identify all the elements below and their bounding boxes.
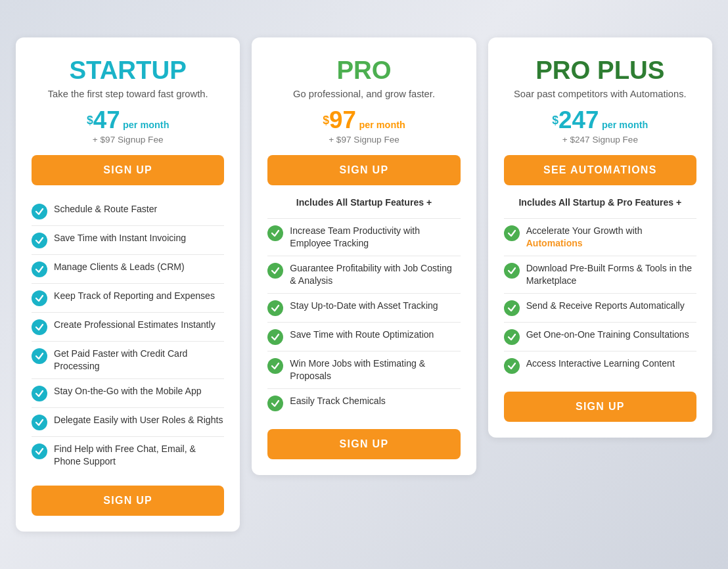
feature-item: Save Time with Route Optimization: [267, 322, 460, 351]
feature-text: Save Time with Route Optimization: [290, 329, 434, 341]
feature-item: Guarantee Profitability with Job Costing…: [267, 256, 460, 293]
pro-price: $97 per month: [267, 108, 460, 133]
startup-price: $47 per month: [32, 108, 224, 133]
startup-dollar: $: [87, 113, 93, 126]
startup-amount: 47: [93, 106, 120, 133]
feature-item: Keep Track of Reporting and Expenses: [32, 283, 224, 312]
automations-highlight: Automations: [526, 238, 583, 248]
feature-item: Send & Receive Reports Automatically: [504, 293, 696, 322]
feature-item: Stay Up-to-Date with Asset Tracking: [267, 293, 460, 322]
startup-title: STARTUP: [32, 56, 224, 85]
feature-item: Delegate Easily with User Roles & Rights: [32, 407, 224, 436]
check-icon: [32, 233, 47, 248]
check-icon: [504, 225, 520, 241]
pro-title: PRO: [267, 56, 460, 85]
feature-item: Stay On-the-Go with the Mobile App: [32, 378, 224, 407]
startup-signup-fee: + $97 Signup Fee: [32, 135, 224, 145]
check-icon: [32, 415, 47, 430]
check-icon: [267, 396, 283, 411]
pro-plus-subtitle: Soar past competitors with Automations.: [504, 89, 696, 99]
check-icon: [504, 329, 520, 345]
startup-signup-top-button[interactable]: SIGN UP: [32, 155, 224, 185]
startup-signup-bottom-button[interactable]: SIGN UP: [32, 486, 224, 516]
feature-item: Easily Track Chemicals: [267, 388, 460, 417]
pro-signup-fee: + $97 Signup Fee: [267, 135, 460, 145]
check-icon: [32, 348, 47, 364]
feature-text: Get Paid Faster with Credit Card Process…: [54, 348, 224, 373]
pro-plus-signup-bottom-button[interactable]: SIGN UP: [504, 392, 696, 422]
pro-features-header: Includes All Startup Features +: [267, 197, 460, 212]
pro-features: Includes All Startup Features + Increase…: [267, 197, 460, 417]
feature-text: Download Pre-Built Forms & Tools in the …: [526, 262, 696, 287]
feature-text: Schedule & Route Faster: [54, 203, 157, 216]
feature-item: Get One-on-One Training Consultations: [504, 322, 696, 351]
pricing-container: STARTUP Take the first step toward fast …: [16, 37, 712, 532]
check-icon: [504, 263, 520, 279]
check-icon: [32, 262, 47, 277]
feature-item: Schedule & Route Faster: [32, 197, 224, 225]
feature-item: Increase Team Productivity with Employee…: [267, 218, 460, 256]
feature-item: Accelerate Your Growth with Automations: [504, 218, 696, 256]
pro-plus-dollar: $: [552, 113, 558, 126]
check-icon: [32, 204, 47, 219]
pro-period: per month: [359, 120, 405, 130]
pro-plus-features: Includes All Startup & Pro Features + Ac…: [504, 197, 696, 380]
feature-text: Access Interactive Learning Content: [526, 357, 675, 370]
feature-item: Access Interactive Learning Content: [504, 351, 696, 380]
check-icon: [32, 386, 47, 401]
pro-amount: 97: [329, 106, 356, 133]
pro-plus-period: per month: [602, 120, 648, 130]
check-icon: [504, 300, 520, 316]
feature-text: Easily Track Chemicals: [290, 395, 386, 407]
check-icon: [32, 290, 47, 306]
startup-features: Schedule & Route Faster Save Time with I…: [32, 197, 224, 474]
check-icon: [267, 225, 283, 241]
feature-text: Get One-on-One Training Consultations: [526, 329, 689, 341]
feature-text: Win More Jobs with Estimating & Proposal…: [290, 357, 460, 382]
feature-item: Download Pre-Built Forms & Tools in the …: [504, 256, 696, 293]
check-icon: [267, 263, 283, 279]
startup-subtitle: Take the first step toward fast growth.: [32, 89, 224, 99]
feature-text: Delegate Easily with User Roles & Rights: [54, 414, 223, 426]
pro-signup-top-button[interactable]: SIGN UP: [267, 155, 460, 185]
feature-text: Accelerate Your Growth with Automations: [526, 225, 696, 250]
check-icon: [267, 358, 283, 374]
feature-text: Save Time with Instant Invoicing: [54, 232, 186, 244]
feature-text: Create Professional Estimates Instantly: [54, 319, 216, 331]
pro-plus-signup-fee: + $247 Signup Fee: [504, 135, 696, 145]
pro-subtitle: Go professional, and grow faster.: [267, 89, 460, 99]
startup-period: per month: [123, 120, 169, 130]
plan-startup: STARTUP Take the first step toward fast …: [16, 37, 240, 532]
feature-text: Stay Up-to-Date with Asset Tracking: [290, 300, 438, 312]
check-icon: [32, 319, 47, 335]
feature-text: Manage Clients & Leads (CRM): [54, 261, 185, 273]
pro-signup-bottom-button[interactable]: SIGN UP: [267, 429, 460, 459]
plan-pro: PRO Go professional, and grow faster. $9…: [252, 37, 476, 476]
check-icon: [504, 358, 520, 374]
feature-item: Find Help with Free Chat, Email, & Phone…: [32, 436, 224, 474]
check-icon: [32, 444, 47, 459]
feature-text: Increase Team Productivity with Employee…: [290, 225, 460, 250]
pro-plus-see-automations-button[interactable]: SEE AUTOMATIONS: [504, 155, 696, 185]
pro-plus-features-header: Includes All Startup & Pro Features +: [504, 197, 696, 212]
pro-plus-title: PRO PLUS: [504, 56, 696, 85]
feature-text: Guarantee Profitability with Job Costing…: [290, 262, 460, 287]
check-icon: [267, 300, 283, 316]
feature-text: Stay On-the-Go with the Mobile App: [54, 385, 202, 398]
feature-item: Manage Clients & Leads (CRM): [32, 254, 224, 283]
feature-item: Create Professional Estimates Instantly: [32, 312, 224, 341]
pro-plus-price: $247 per month: [504, 108, 696, 133]
feature-item: Get Paid Faster with Credit Card Process…: [32, 341, 224, 378]
feature-text: Send & Receive Reports Automatically: [526, 300, 685, 312]
pro-dollar: $: [323, 113, 329, 126]
feature-item: Save Time with Instant Invoicing: [32, 225, 224, 254]
feature-item: Win More Jobs with Estimating & Proposal…: [267, 351, 460, 388]
plan-pro-plus: PRO PLUS Soar past competitors with Auto…: [488, 37, 712, 438]
feature-text: Keep Track of Reporting and Expenses: [54, 290, 215, 302]
check-icon: [267, 329, 283, 345]
feature-text: Find Help with Free Chat, Email, & Phone…: [54, 443, 224, 468]
pro-plus-amount: 247: [558, 106, 599, 133]
